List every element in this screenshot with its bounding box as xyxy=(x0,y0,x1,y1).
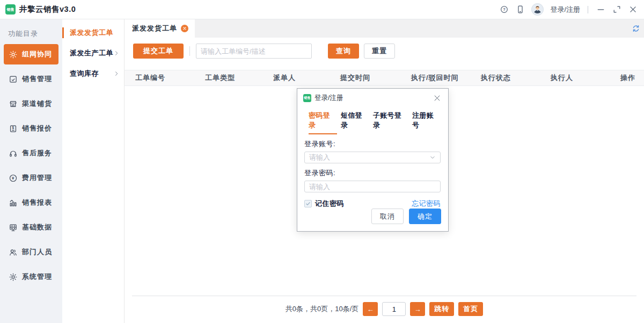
account-select[interactable]: 请输入 xyxy=(304,152,441,163)
modal-header: 销售 登录/注册 xyxy=(297,89,448,106)
remember-checkbox[interactable] xyxy=(304,200,312,207)
app-logo-text: 销售 xyxy=(7,7,14,12)
account-label: 登录账号: xyxy=(304,139,441,149)
sidebar-item-label: 基础数据 xyxy=(22,222,52,232)
login-modal: 销售 登录/注册 密码登录 短信登录 子账号登录 注册账号 登录账号: 请输入 … xyxy=(297,88,449,232)
sidebar-item-sales-report[interactable]: 销售报表 xyxy=(4,192,58,213)
sidebar-item-sales-mgmt[interactable]: 销售管理 xyxy=(4,69,58,89)
workorder-search-input[interactable] xyxy=(196,44,312,59)
modal-close-icon[interactable] xyxy=(433,94,442,103)
account-select-placeholder: 请输入 xyxy=(309,153,429,162)
column-header-exec-status: 执行状态 xyxy=(481,73,551,83)
svg-text:¥: ¥ xyxy=(12,176,14,181)
gear-icon xyxy=(9,50,18,59)
sidebar-item-dept-personnel[interactable]: 部门人员 xyxy=(4,242,58,262)
cancel-button[interactable]: 取消 xyxy=(371,209,404,224)
sidebar-item-label: 组网协同 xyxy=(22,49,52,59)
toolbar: 提交工单 查询 重置 xyxy=(125,38,644,64)
submit-workorder-button[interactable]: 提交工单 xyxy=(133,44,184,59)
refresh-icon[interactable] xyxy=(628,24,644,33)
sidebar-item-label: 销售管理 xyxy=(22,74,52,84)
tab-close-icon[interactable] xyxy=(181,25,188,32)
sidebar-item-base-data[interactable]: 基础数据 xyxy=(4,217,58,238)
sidebar-item-expense-mgmt[interactable]: ¥ 费用管理 xyxy=(4,168,58,188)
column-header-order-type: 工单类型 xyxy=(205,73,273,83)
column-header-actions: 操作 xyxy=(620,73,644,83)
brand: 销售 井擎云销售v3.0 xyxy=(5,4,76,15)
headset-icon xyxy=(9,149,18,158)
query-button[interactable]: 查询 xyxy=(328,44,359,59)
submenu: 派发发货工单 派发生产工单 查询库存 xyxy=(62,19,125,323)
sidebar-item-channel-distribution[interactable]: 渠道铺货 xyxy=(4,94,58,114)
people-icon xyxy=(9,248,18,257)
check-icon xyxy=(305,201,311,206)
sidebar-item-label: 部门人员 xyxy=(22,247,52,257)
sidebar-item-label: 销售报价 xyxy=(22,124,52,133)
forgot-password-link[interactable]: 忘记密码 xyxy=(412,199,441,209)
modal-logo-icon: 销售 xyxy=(303,94,311,102)
tab-subaccount-login[interactable]: 子账号登录 xyxy=(373,111,408,134)
mobile-phone-icon[interactable] xyxy=(515,5,525,15)
tab-sms-login[interactable]: 短信登录 xyxy=(341,111,369,134)
login-tabs: 密码登录 短信登录 子账号登录 注册账号 xyxy=(297,106,448,134)
column-header-dispatcher: 派单人 xyxy=(273,73,340,83)
sidebar-item-sales-quote[interactable]: $ 销售报价 xyxy=(4,118,58,139)
dollar-doc-icon: $ xyxy=(9,124,18,133)
close-icon[interactable] xyxy=(628,5,638,15)
jump-page-button[interactable]: 跳转 xyxy=(429,302,454,316)
modal-logo-text: 销售 xyxy=(304,96,311,101)
submenu-item-label: 查询库存 xyxy=(70,69,99,78)
yen-circle-icon: ¥ xyxy=(9,174,18,183)
login-register-link[interactable]: 登录/注册 xyxy=(550,5,580,15)
confirm-button[interactable]: 确定 xyxy=(409,209,441,224)
prev-page-button[interactable]: ← xyxy=(363,302,378,316)
svg-text:$: $ xyxy=(12,126,14,130)
tab-dispatch-delivery-order[interactable]: 派发发货工单 xyxy=(125,19,195,38)
maximize-icon[interactable] xyxy=(612,5,621,15)
chevron-right-icon xyxy=(113,50,120,56)
sidebar-item-system-mgmt[interactable]: 系统管理 xyxy=(4,267,58,287)
app-logo-icon: 销售 xyxy=(5,4,16,15)
app-title: 井擎云销售v3.0 xyxy=(19,4,76,15)
sidebar-item-label: 售后服务 xyxy=(22,148,52,158)
sidebar-item-network-collab[interactable]: 组网协同 xyxy=(4,44,58,64)
submenu-item-dispatch-delivery-order[interactable]: 派发发货工单 xyxy=(62,23,124,43)
remember-row: 记住密码 忘记密码 xyxy=(304,199,441,209)
help-icon[interactable]: ? xyxy=(499,5,509,15)
password-input[interactable] xyxy=(304,181,441,192)
avatar[interactable] xyxy=(531,3,544,16)
column-header-exec-reject-time: 执行/驳回时间 xyxy=(411,73,481,83)
submenu-item-dispatch-production-order[interactable]: 派发生产工单 xyxy=(62,43,124,63)
submenu-item-label: 派发发货工单 xyxy=(70,28,113,38)
sidebar-item-label: 系统管理 xyxy=(22,272,52,282)
column-header-executor: 执行人 xyxy=(551,73,620,83)
submenu-item-label: 派发生产工单 xyxy=(70,48,113,58)
titlebar: 销售 井擎云销售v3.0 ? 登录/注册 xyxy=(0,0,644,19)
password-label: 登录密码: xyxy=(304,168,441,178)
page-number-input[interactable] xyxy=(382,302,406,316)
sidebar-item-label: 渠道铺货 xyxy=(22,99,52,109)
tab-register-account[interactable]: 注册账号 xyxy=(412,111,441,134)
gear-icon xyxy=(9,272,18,282)
tab-password-login[interactable]: 密码登录 xyxy=(309,111,337,134)
first-page-button[interactable]: 首页 xyxy=(458,302,483,316)
minimize-icon[interactable] xyxy=(596,5,605,15)
reset-button[interactable]: 重置 xyxy=(364,44,395,59)
column-header-submit-time: 提交时间 xyxy=(340,73,411,83)
tabbar: 派发发货工单 xyxy=(125,19,644,38)
chevron-right-icon xyxy=(113,70,120,77)
chevron-down-icon xyxy=(429,154,436,161)
submenu-item-query-inventory[interactable]: 查询库存 xyxy=(62,63,124,84)
sidebar-item-label: 费用管理 xyxy=(22,173,52,183)
pagination: 共0条，共0页，10条/页 ← → 跳转 首页 xyxy=(132,296,636,323)
table-header-row: 工单编号 工单类型 派单人 提交时间 执行/驳回时间 执行状态 执行人 操作 xyxy=(125,70,644,86)
toolbar-divider xyxy=(189,46,190,56)
sidebar: 功能目录 组网协同 销售管理 渠道铺货 $ 销售报价 售后服务 xyxy=(0,19,62,323)
server-monitor-icon xyxy=(9,223,18,232)
pagination-summary: 共0条，共0页，10条/页 xyxy=(286,304,359,314)
titlebar-controls: ? 登录/注册 xyxy=(499,3,638,16)
sidebar-item-label: 销售报表 xyxy=(22,198,52,207)
sidebar-item-after-sales[interactable]: 售后服务 xyxy=(4,143,58,163)
app-window: 销售 井擎云销售v3.0 ? 登录/注册 xyxy=(0,0,644,323)
next-page-button[interactable]: → xyxy=(410,302,425,316)
